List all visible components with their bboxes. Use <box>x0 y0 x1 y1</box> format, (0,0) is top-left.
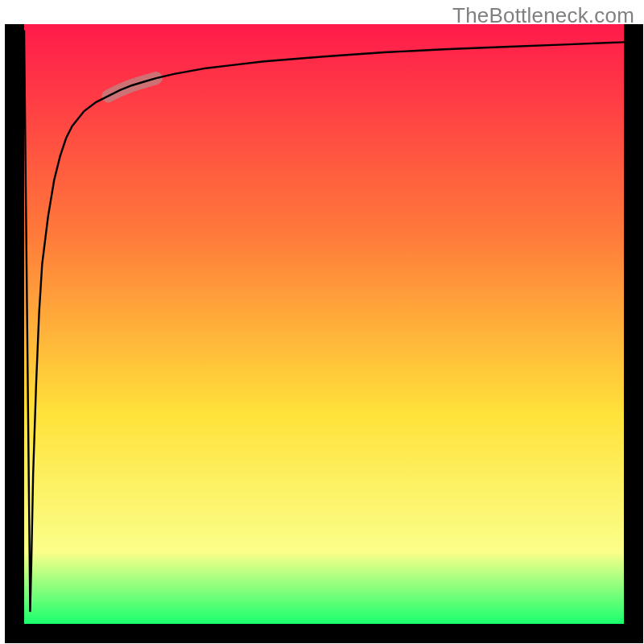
watermark-text: TheBottleneck.com <box>452 3 634 28</box>
axes-frame-bottom <box>5 624 643 643</box>
chart-svg <box>0 0 644 644</box>
chart-stage: TheBottleneck.com <box>0 0 644 644</box>
axes-frame-left <box>5 24 24 643</box>
chart-background-gradient <box>24 24 624 624</box>
axes-frame-right <box>624 24 643 643</box>
